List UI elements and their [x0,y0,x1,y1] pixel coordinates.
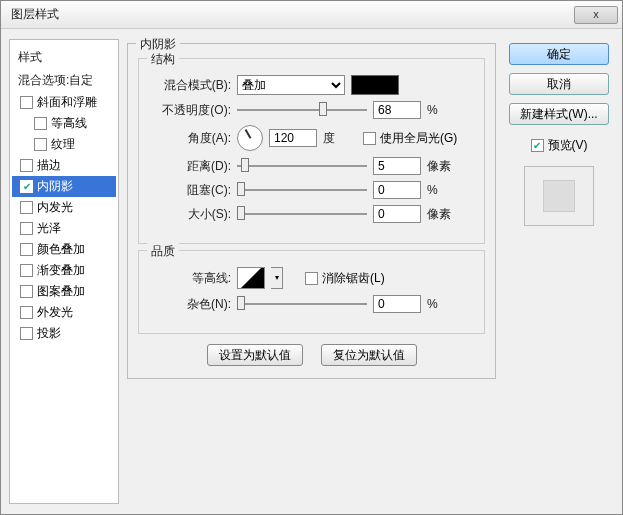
style-label: 图案叠加 [37,283,85,300]
distance-input[interactable] [373,157,421,175]
style-checkbox[interactable] [20,201,33,214]
opacity-unit: % [427,103,461,117]
size-unit: 像素 [427,206,461,223]
antialias-label: 消除锯齿(L) [322,270,385,287]
structure-group: 结构 混合模式(B): 叠加 不透明度(O): [138,58,485,244]
global-light-checkbox[interactable] [363,132,376,145]
blend-mode-label: 混合模式(B): [147,77,231,94]
styles-heading[interactable]: 样式 [12,46,116,69]
style-item-9[interactable]: 图案叠加 [12,281,116,302]
ok-button[interactable]: 确定 [509,43,609,65]
preview-checkbox[interactable] [531,139,544,152]
window-title: 图层样式 [11,6,574,23]
style-item-3[interactable]: 描边 [12,155,116,176]
distance-slider[interactable] [237,158,367,174]
noise-label: 杂色(N): [147,296,231,313]
style-item-5[interactable]: 内发光 [12,197,116,218]
right-panel: 确定 取消 新建样式(W)... 预览(V) [504,39,614,504]
new-style-button[interactable]: 新建样式(W)... [509,103,609,125]
distance-label: 距离(D): [147,158,231,175]
close-button[interactable]: x [574,6,618,24]
noise-slider[interactable] [237,296,367,312]
reset-default-button[interactable]: 复位为默认值 [321,344,417,366]
quality-group: 品质 等高线: ▾ 消除锯齿(L) 杂色(N): [138,250,485,334]
make-default-button[interactable]: 设置为默认值 [207,344,303,366]
global-light-label: 使用全局光(G) [380,130,457,147]
contour-label: 等高线: [147,270,231,287]
style-checkbox[interactable] [20,306,33,319]
distance-unit: 像素 [427,158,461,175]
opacity-slider[interactable] [237,102,367,118]
style-label: 内发光 [37,199,73,216]
style-label: 投影 [37,325,61,342]
choke-slider[interactable] [237,182,367,198]
style-item-10[interactable]: 外发光 [12,302,116,323]
style-checkbox[interactable] [20,159,33,172]
opacity-label: 不透明度(O): [147,102,231,119]
blend-options[interactable]: 混合选项:自定 [12,69,116,92]
color-swatch[interactable] [351,75,399,95]
size-slider[interactable] [237,206,367,222]
style-label: 斜面和浮雕 [37,94,97,111]
style-checkbox[interactable] [20,264,33,277]
style-item-11[interactable]: 投影 [12,323,116,344]
style-label: 纹理 [51,136,75,153]
content: 样式 混合选项:自定 斜面和浮雕等高线纹理描边内阴影内发光光泽颜色叠加渐变叠加图… [1,29,622,514]
choke-unit: % [427,183,461,197]
style-checkbox[interactable] [20,243,33,256]
style-item-2[interactable]: 纹理 [12,134,116,155]
contour-swatch[interactable] [237,267,265,289]
quality-title: 品质 [147,243,179,260]
style-checkbox[interactable] [34,138,47,151]
style-item-1[interactable]: 等高线 [12,113,116,134]
opacity-input[interactable] [373,101,421,119]
style-checkbox[interactable] [20,327,33,340]
style-item-6[interactable]: 光泽 [12,218,116,239]
style-checkbox[interactable] [20,285,33,298]
contour-dropdown-icon[interactable]: ▾ [271,267,283,289]
style-label: 渐变叠加 [37,262,85,279]
style-checkbox[interactable] [20,96,33,109]
blend-mode-select[interactable]: 叠加 [237,75,345,95]
style-item-0[interactable]: 斜面和浮雕 [12,92,116,113]
style-checkbox[interactable] [20,180,33,193]
inner-shadow-fieldset: 内阴影 结构 混合模式(B): 叠加 不透明度(O): [127,43,496,379]
preview-label: 预览(V) [548,137,588,154]
styles-list: 样式 混合选项:自定 斜面和浮雕等高线纹理描边内阴影内发光光泽颜色叠加渐变叠加图… [9,39,119,504]
noise-unit: % [427,297,461,311]
cancel-button[interactable]: 取消 [509,73,609,95]
choke-input[interactable] [373,181,421,199]
preview-box [524,166,594,226]
angle-dial[interactable] [237,125,263,151]
style-label: 描边 [37,157,61,174]
style-item-4[interactable]: 内阴影 [12,176,116,197]
style-label: 等高线 [51,115,87,132]
choke-label: 阻塞(C): [147,182,231,199]
angle-input[interactable] [269,129,317,147]
style-label: 外发光 [37,304,73,321]
style-item-8[interactable]: 渐变叠加 [12,260,116,281]
style-label: 内阴影 [37,178,73,195]
style-label: 光泽 [37,220,61,237]
noise-input[interactable] [373,295,421,313]
size-input[interactable] [373,205,421,223]
settings-panel: 内阴影 结构 混合模式(B): 叠加 不透明度(O): [125,39,498,504]
structure-title: 结构 [147,51,179,68]
preview-thumbnail [543,180,575,212]
titlebar: 图层样式 x [1,1,622,29]
layer-style-dialog: 图层样式 x 样式 混合选项:自定 斜面和浮雕等高线纹理描边内阴影内发光光泽颜色… [0,0,623,515]
angle-label: 角度(A): [147,130,231,147]
style-label: 颜色叠加 [37,241,85,258]
size-label: 大小(S): [147,206,231,223]
style-checkbox[interactable] [20,222,33,235]
style-item-7[interactable]: 颜色叠加 [12,239,116,260]
angle-unit: 度 [323,130,357,147]
antialias-checkbox[interactable] [305,272,318,285]
style-checkbox[interactable] [34,117,47,130]
